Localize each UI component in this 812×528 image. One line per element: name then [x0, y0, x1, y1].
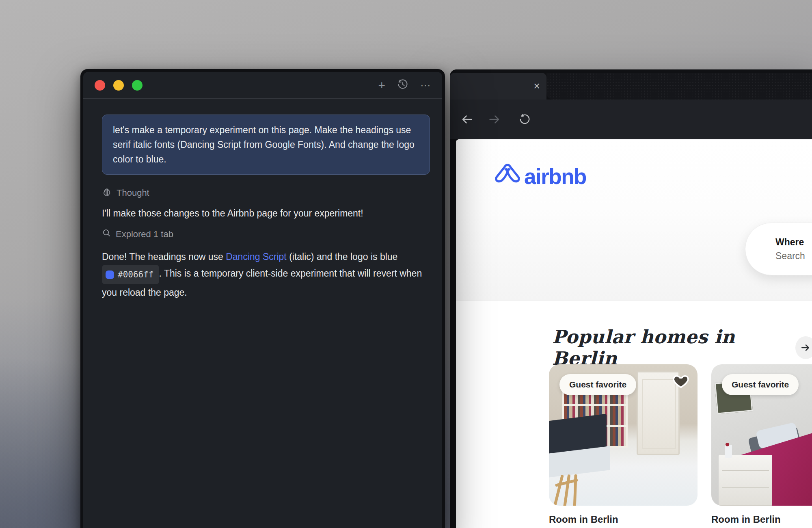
traffic-lights: [95, 80, 143, 91]
chat-toolbar: + ⋯: [378, 72, 432, 99]
page-header: airbnb Where Search: [456, 139, 812, 301]
forward-icon[interactable]: [487, 112, 502, 127]
assistant-window: + ⋯ let's make a temporary experiment on…: [80, 69, 445, 528]
search-bar[interactable]: Where Search: [745, 223, 812, 275]
section-heading: Popular homes in Berlin: [552, 326, 812, 369]
photo-flower: [726, 443, 729, 446]
listing-cards: Guest favorite Room in Berlin: [549, 364, 812, 525]
listing-card[interactable]: Guest favorite Room in Berlin: [711, 364, 812, 525]
history-icon[interactable]: [397, 78, 409, 92]
zoom-window-button[interactable]: [132, 80, 143, 91]
wishlist-heart-icon[interactable]: [672, 372, 689, 391]
color-code: #0066ff: [118, 266, 154, 283]
chat-transcript: let's make a temporary experiment on thi…: [83, 99, 442, 301]
browser-tab[interactable]: ×: [450, 73, 546, 100]
airbnb-wordmark: airbnb: [524, 164, 586, 189]
section-next-button[interactable]: [795, 336, 812, 359]
section-title: Popular homes in Berlin: [552, 326, 785, 369]
more-options-icon[interactable]: ⋯: [420, 80, 432, 91]
color-chip: #0066ff: [102, 265, 159, 284]
guest-favorite-badge: Guest favorite: [722, 374, 799, 395]
brain-icon: [102, 186, 112, 199]
user-message: let's make a temporary experiment on thi…: [102, 115, 430, 175]
thought-row[interactable]: Thought: [102, 186, 430, 199]
chat-titlebar[interactable]: + ⋯: [83, 72, 442, 99]
browser-tab-strip: ×: [450, 73, 812, 100]
airbnb-logo[interactable]: airbnb: [494, 162, 586, 190]
thought-label: Thought: [117, 188, 149, 198]
photo-nightstand: [719, 455, 772, 506]
search-where-label: Where: [775, 237, 812, 248]
desktop: ×: [0, 0, 812, 528]
new-chat-icon[interactable]: +: [378, 79, 385, 91]
search-icon: [102, 228, 111, 240]
assistant-result-message: Done! The headings now use Dancing Scrip…: [102, 249, 430, 301]
color-swatch: [106, 270, 114, 279]
tab-strip-background: [546, 73, 812, 100]
result-text: Done! The headings now use: [102, 251, 226, 262]
explored-label: Explored 1 tab: [116, 229, 173, 240]
back-icon[interactable]: [460, 112, 474, 127]
browser-window: ×: [450, 69, 812, 528]
minimize-window-button[interactable]: [113, 80, 124, 91]
photo-chair: [552, 474, 590, 506]
tab-close-icon[interactable]: ×: [533, 81, 540, 92]
result-text: (italic) and the logo is blue: [287, 251, 398, 262]
listing-title[interactable]: Room in Berlin: [711, 514, 812, 525]
listing-photo[interactable]: Guest favorite: [711, 364, 812, 506]
explored-row[interactable]: Explored 1 tab: [102, 228, 430, 240]
listing-photo[interactable]: Guest favorite: [549, 364, 698, 506]
browser-toolbar: [450, 100, 812, 139]
assistant-window-inner: + ⋯ let's make a temporary experiment on…: [83, 72, 442, 528]
airbnb-belo-icon: [494, 162, 521, 190]
listing-card[interactable]: Guest favorite Room in Berlin: [549, 364, 698, 525]
listing-title[interactable]: Room in Berlin: [549, 514, 698, 525]
photo-vase: [725, 445, 732, 457]
search-input[interactable]: Search: [775, 251, 812, 262]
close-window-button[interactable]: [95, 80, 105, 91]
guest-favorite-badge: Guest favorite: [559, 374, 636, 395]
airbnb-page: airbnb Where Search Popular homes in Ber…: [456, 139, 812, 528]
reload-icon[interactable]: [517, 112, 532, 127]
dancing-script-link[interactable]: Dancing Script: [226, 251, 287, 262]
assistant-response-intro: I'll make those changes to the Airbnb pa…: [102, 208, 430, 219]
